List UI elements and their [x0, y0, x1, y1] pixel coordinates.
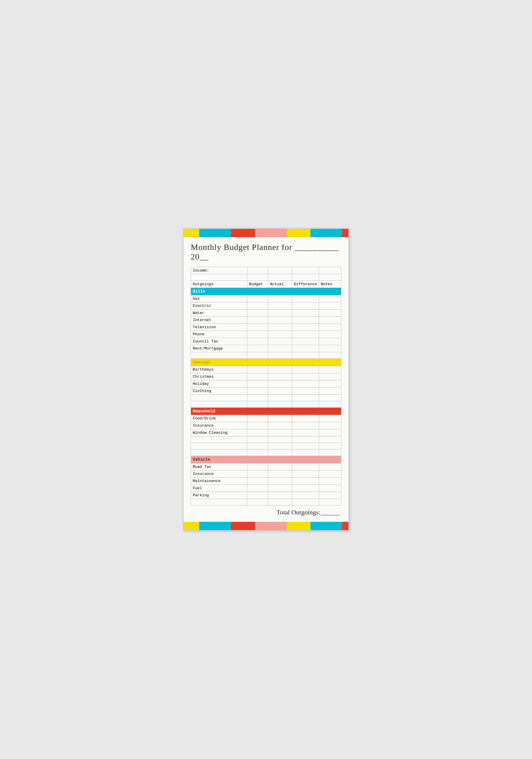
col-header-notes: Notes [319, 281, 341, 288]
item-water: Water [191, 309, 247, 317]
col-header-budget: Budget [247, 281, 268, 288]
row-parking: Parking [191, 492, 341, 499]
item-insurance-household: Insurance [191, 422, 247, 429]
item-council-tax: Council Tax [191, 338, 247, 345]
page: Monthly Budget Planner for __________ 20… [183, 228, 349, 531]
blank-row-6 [191, 443, 341, 450]
row-council-tax: Council Tax [191, 338, 341, 345]
vehicle-label: Vehicle [191, 456, 341, 463]
household-label: Household [191, 408, 341, 415]
item-holiday: Holiday [191, 380, 247, 387]
income-row: Income: [191, 267, 341, 274]
color-block-cyan-top [199, 229, 231, 237]
color-block-yellow-top [184, 229, 199, 237]
col-header-difference: Difference [292, 281, 319, 288]
row-television: Television [191, 324, 341, 331]
item-maintainence: Maintainence [191, 478, 247, 485]
item-window-cleaning: Window Cleaning [191, 429, 247, 436]
row-fuel: Fuel [191, 485, 341, 492]
budget-table: Income: Outgoings Budget Actual Differen… [191, 267, 341, 517]
row-food-drink: Food/Drink [191, 415, 341, 422]
row-birthdays: Birthdays [191, 366, 341, 373]
color-block-red-top [231, 229, 255, 237]
color-block-cyan2-bottom [310, 522, 342, 530]
total-outgoings-label: Total Outgoings:______ [276, 508, 340, 516]
item-insurance-vehicle: Insurance [191, 470, 247, 478]
color-block-red2-bottom [342, 522, 348, 530]
color-block-cyan-bottom [199, 522, 231, 530]
item-internet: Internet [191, 317, 247, 324]
category-savings-header: Savings [191, 359, 341, 366]
color-block-pink-top [255, 229, 287, 237]
color-block-yellow2-bottom [287, 522, 310, 530]
row-clothing: Clothing [191, 387, 341, 395]
color-block-yellow-bottom [184, 522, 199, 530]
item-clothing: Clothing [191, 387, 247, 395]
item-parking: Parking [191, 492, 247, 499]
item-road-tax: Road Tax [191, 463, 247, 470]
income-actual [268, 267, 292, 274]
blank-row-4 [191, 401, 341, 408]
blank-row-3 [191, 395, 341, 401]
row-insurance-household: Insurance [191, 422, 341, 429]
item-gas: Gas [191, 295, 247, 302]
row-rent-mortgage: Rent/Mortgage [191, 345, 341, 352]
row-electric: Electric [191, 302, 341, 309]
item-birthdays: Birthdays [191, 366, 247, 373]
income-label: Income: [191, 267, 247, 274]
blank-row-1 [191, 274, 341, 281]
category-household-header: Household [191, 408, 341, 415]
row-internet: Internet [191, 317, 341, 324]
income-budget [247, 267, 268, 274]
color-block-pink-bottom [255, 522, 287, 530]
category-bills-header: Bills [191, 288, 341, 295]
income-notes [319, 267, 341, 274]
item-food-drink: Food/Drink [191, 415, 247, 422]
item-phone: Phone [191, 331, 247, 338]
blank-row-7 [191, 450, 341, 456]
color-bar-top [184, 229, 348, 237]
row-gas: Gas [191, 295, 341, 302]
color-block-cyan2-top [310, 229, 342, 237]
row-window-cleaning: Window Cleaning [191, 429, 341, 436]
savings-label: Savings [191, 359, 341, 366]
row-maintainence: Maintainence [191, 478, 341, 485]
item-electric: Electric [191, 302, 247, 309]
row-water: Water [191, 309, 341, 317]
color-block-yellow2-top [287, 229, 310, 237]
blank-row-8 [191, 499, 341, 505]
item-television: Television [191, 324, 247, 331]
row-phone: Phone [191, 331, 341, 338]
color-block-red2-top [342, 229, 348, 237]
bills-label: Bills [191, 288, 341, 295]
color-block-red-bottom [231, 522, 255, 530]
page-title: Monthly Budget Planner for __________ 20… [191, 243, 341, 261]
column-header-row: Outgoings Budget Actual Difference Notes [191, 281, 341, 288]
color-bar-bottom [184, 522, 348, 530]
blank-row-5 [191, 436, 341, 443]
income-diff [292, 267, 319, 274]
total-row: Total Outgoings:______ [191, 505, 341, 517]
row-christmas: Christmas [191, 373, 341, 380]
row-holiday: Holiday [191, 380, 341, 387]
row-road-tax: Road Tax [191, 463, 341, 470]
col-header-actual: Actual [268, 281, 292, 288]
item-rent-mortgage: Rent/Mortgage [191, 345, 247, 352]
blank-row-2 [191, 352, 341, 359]
item-christmas: Christmas [191, 373, 247, 380]
category-vehicle-header: Vehicle [191, 456, 341, 463]
item-fuel: Fuel [191, 485, 247, 492]
col-header-outgoings: Outgoings [191, 281, 247, 288]
row-insurance-vehicle: Insurance [191, 470, 341, 478]
content-area: Monthly Budget Planner for __________ 20… [184, 237, 348, 522]
